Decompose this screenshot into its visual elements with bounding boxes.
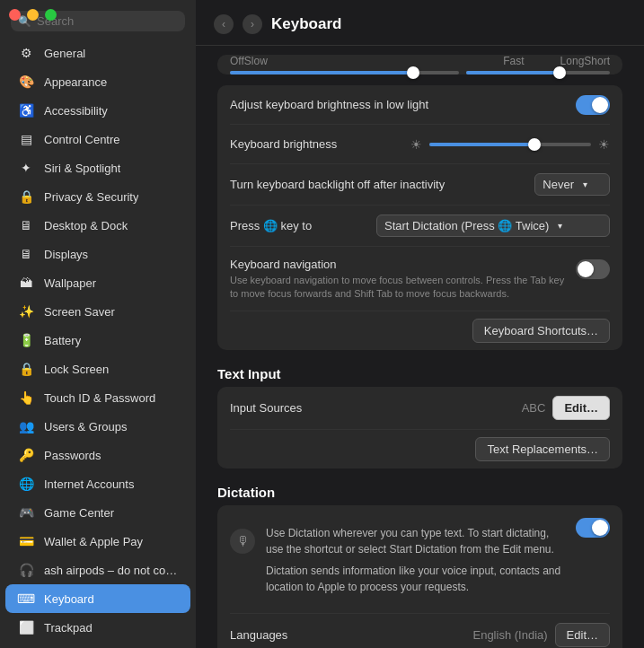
text-replacements-button[interactable]: Text Replacements… [475, 437, 610, 461]
sidebar-item-keyboard[interactable]: ⌨Keyboard [5, 584, 190, 613]
delay-slider[interactable] [466, 71, 610, 74]
toggle-knob-nav [578, 261, 594, 277]
press-key-dropdown[interactable]: Start Dictation (Press 🌐 Twice) ▾ [376, 215, 610, 237]
forward-button[interactable]: › [243, 14, 262, 34]
brightness-slider-group: ☀ ☀ [410, 137, 610, 152]
dictation-toggle[interactable] [576, 518, 610, 538]
sidebar-item-game-center[interactable]: 🎮Game Center [5, 498, 190, 527]
sidebar-item-label-control-centre: Control Centre [44, 133, 120, 146]
sidebar-item-trackpad[interactable]: ⬜Trackpad [5, 613, 190, 642]
sidebar-item-label-users-groups: Users & Groups [44, 420, 127, 433]
key-repeat-slider[interactable] [230, 71, 459, 74]
privacy-security-icon: 🔒 [16, 187, 36, 206]
sidebar-item-wallet-pay[interactable]: 💳Wallet & Apple Pay [5, 527, 190, 556]
brightness-low-icon: ☀ [410, 137, 422, 152]
text-replacements-btn-row: Text Replacements… [230, 430, 610, 468]
sidebar-item-desktop-dock[interactable]: 🖥Desktop & Dock [5, 211, 190, 240]
lock-screen-icon: 🔒 [16, 359, 36, 379]
label-short: Short [584, 55, 610, 67]
wallet-pay-icon: 💳 [16, 531, 36, 551]
sidebar-item-label-accessibility: Accessibility [44, 104, 108, 118]
languages-value: English (India) [472, 628, 547, 642]
passwords-icon: 🔑 [16, 445, 36, 465]
dictation-section-title: Dictation [217, 485, 622, 500]
key-repeat-row: Off Slow Fast Long Short [230, 55, 610, 74]
sidebar-item-label-wallpaper: Wallpaper [44, 276, 96, 290]
wallpaper-icon: 🏔 [16, 273, 36, 293]
sidebar-item-lock-screen[interactable]: 🔒Lock Screen [5, 355, 190, 383]
game-center-icon: 🎮 [16, 503, 36, 522]
languages-right: English (India) Edit… [472, 623, 610, 647]
users-groups-icon: 👥 [16, 416, 36, 436]
mic-icon: 🎙 [230, 529, 255, 554]
toggle-knob [592, 97, 608, 113]
sidebar-item-displays[interactable]: 🖥Displays [5, 240, 190, 268]
trackpad-icon: ⬜ [16, 617, 36, 637]
minimize-button[interactable] [27, 9, 39, 21]
sidebar-item-label-lock-screen: Lock Screen [44, 363, 109, 376]
keyboard-brightness-row: Keyboard brightness ☀ ☀ [230, 125, 610, 164]
backlight-dropdown[interactable]: Never ▾ [534, 173, 610, 196]
sidebar-item-label-battery: Battery [44, 334, 81, 347]
sidebar-item-label-general: General [44, 47, 85, 60]
keyboard-brightness-label: Keyboard brightness [230, 137, 337, 151]
sidebar: 🔍 ⚙General🎨Appearance♿Accessibility▤Cont… [0, 0, 196, 648]
keyboard-nav-row: Keyboard navigation Use keyboard navigat… [230, 247, 610, 311]
sidebar-item-passwords[interactable]: 🔑Passwords [5, 441, 190, 469]
input-sources-label: Input Sources [230, 401, 302, 415]
sidebar-item-touch-id[interactable]: 👆Touch ID & Password [5, 383, 190, 412]
back-button[interactable]: ‹ [214, 14, 234, 34]
desktop-dock-icon: 🖥 [16, 215, 36, 235]
main-content: ‹ › Keyboard Off Slow Fast Long Short [196, 0, 644, 648]
sidebar-item-battery[interactable]: 🔋Battery [5, 326, 190, 355]
sidebar-item-label-touch-id: Touch ID & Password [44, 391, 155, 405]
label-fast: Fast [503, 55, 524, 67]
sidebar-item-internet-accounts[interactable]: 🌐Internet Accounts [5, 469, 190, 498]
toggle-knob-dictation [592, 520, 608, 536]
sidebar-item-appearance[interactable]: 🎨Appearance [5, 67, 190, 96]
sidebar-item-screen-saver[interactable]: ✨Screen Saver [5, 297, 190, 326]
label-long: Long [560, 55, 585, 67]
sidebar-item-control-centre[interactable]: ▤Control Centre [5, 125, 190, 153]
sidebar-item-general[interactable]: ⚙General [5, 39, 190, 67]
screen-saver-icon: ✨ [16, 302, 36, 321]
dictation-toggle-row: 🎙 Use Dictation wherever you can type te… [230, 505, 610, 614]
sidebar-item-label-siri-spotlight: Siri & Spotlight [44, 162, 120, 175]
accessibility-icon: ♿ [16, 101, 36, 120]
close-button[interactable] [9, 9, 21, 21]
siri-spotlight-icon: ✦ [16, 158, 36, 178]
search-input[interactable] [37, 14, 178, 28]
sidebar-item-accessibility[interactable]: ♿Accessibility [5, 96, 190, 125]
brightness-slider[interactable] [429, 143, 591, 146]
maximize-button[interactable] [45, 9, 57, 21]
content-body: Off Slow Fast Long Short [196, 46, 644, 648]
internet-accounts-icon: 🌐 [16, 474, 36, 494]
sidebar-item-privacy-security[interactable]: 🔒Privacy & Security [5, 182, 190, 211]
languages-edit-button[interactable]: Edit… [555, 623, 610, 647]
text-input-section-title: Text Input [217, 366, 622, 381]
press-key-value: Start Dictation (Press 🌐 Twice) [384, 219, 549, 232]
sidebar-item-label-screen-saver: Screen Saver [44, 305, 115, 319]
keyboard-nav-toggle[interactable] [576, 259, 610, 279]
sidebar-item-label-keyboard: Keyboard [44, 592, 94, 606]
brightness-low-light-toggle[interactable] [576, 95, 610, 115]
brightness-high-icon: ☀ [598, 137, 610, 152]
sidebar-item-users-groups[interactable]: 👥Users & Groups [5, 412, 190, 441]
sidebar-item-label-appearance: Appearance [44, 75, 107, 89]
main-header: ‹ › Keyboard [196, 0, 644, 46]
control-centre-icon: ▤ [16, 129, 36, 149]
press-key-row: Press 🌐 key to Start Dictation (Press 🌐 … [230, 206, 610, 247]
sidebar-item-wallpaper[interactable]: 🏔Wallpaper [5, 268, 190, 297]
sidebar-item-ash-airpods[interactable]: 🎧ash airpods – do not co… [5, 556, 190, 584]
input-sources-edit-button[interactable]: Edit… [552, 396, 610, 420]
sidebar-item-label-ash-airpods: ash airpods – do not co… [44, 564, 177, 577]
keyboard-shortcuts-button[interactable]: Keyboard Shortcuts… [472, 319, 610, 343]
keyboard-nav-label: Keyboard navigation [230, 258, 337, 271]
key-repeat-section: Off Slow Fast Long Short [217, 55, 622, 74]
chevron-down-icon: ▾ [583, 180, 587, 189]
general-icon: ⚙ [16, 43, 36, 63]
brightness-low-light-row: Adjust keyboard brightness in low light [230, 85, 610, 125]
sidebar-item-siri-spotlight[interactable]: ✦Siri & Spotlight [5, 153, 190, 182]
input-sources-right: ABC Edit… [522, 396, 610, 420]
backlight-value: Never [543, 178, 574, 191]
